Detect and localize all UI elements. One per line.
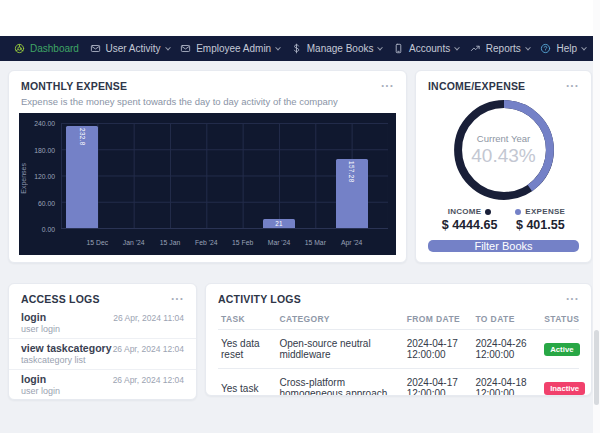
expense-dot — [515, 209, 521, 215]
donut-center: Current Year 40.43% — [451, 97, 557, 203]
donut-legend: INCOME $ 4444.65 EXPENSE $ 401.55 — [416, 207, 591, 232]
x-axis-tick: 15 Dec — [87, 239, 109, 246]
nav-item-employee-admin[interactable]: Employee Admin — [180, 43, 280, 54]
filter-books-button[interactable]: Filter Books — [428, 240, 579, 252]
col-status: STATUS — [541, 310, 579, 330]
col-task: TASK — [218, 310, 276, 330]
chevron-down-icon — [454, 44, 460, 50]
cell-to-date: 2024-04-26 12:00:00 — [472, 330, 541, 369]
log-entry-header: login26 Apr, 2024 11:04 — [21, 311, 184, 323]
card-menu-button[interactable]: ... — [171, 293, 184, 299]
cell-category: Open-source neutral middleware — [276, 330, 403, 369]
card-header: INCOME/EXPENSE ... — [416, 71, 591, 95]
access-log-entry[interactable]: login26 Apr, 2024 11:04user login — [9, 308, 196, 339]
log-timestamp: 26 Apr, 2024 12:04 — [113, 375, 184, 385]
x-axis-labels: 15 DecJan '2415 JanFeb '2415 FebMar '241… — [61, 239, 388, 251]
x-axis-tick: 15 Jan — [160, 239, 180, 246]
col-from-date: FROM DATE — [404, 310, 473, 330]
page-scrollbar[interactable] — [593, 0, 600, 433]
y-axis-labels: 240.00180.00120.0060.000.00 — [27, 123, 55, 229]
mail-icon — [180, 43, 191, 54]
log-action: login — [21, 373, 46, 385]
trend-icon — [470, 43, 481, 54]
bar-value-label: 157.28 — [348, 161, 355, 183]
access-log-entry[interactable]: login26 Apr, 2024 12:04user login — [9, 370, 196, 400]
bar-mar-24[interactable]: 21 — [263, 219, 295, 228]
col-to-date: TO DATE — [472, 310, 541, 330]
help-icon — [540, 43, 551, 54]
access-log-list: login26 Apr, 2024 11:04user loginview ta… — [9, 308, 196, 400]
cell-to-date: 2024-04-18 12:00:00 — [472, 369, 541, 397]
nav-item-label: Manage Books — [307, 44, 374, 54]
log-entry-header: login26 Apr, 2024 12:04 — [21, 373, 184, 385]
log-action: login — [21, 311, 46, 323]
table-row[interactable]: Yes data resetOpen-source neutral middle… — [218, 330, 579, 369]
card-header: MONTHLY EXPENSE ... — [9, 71, 406, 95]
table-row[interactable]: Yes taskCross-platform homogeneous appro… — [218, 369, 579, 397]
y-axis-tick: 120.00 — [34, 173, 55, 180]
y-axis-title: Expenses — [20, 163, 27, 194]
status-badge: Inactive — [544, 382, 585, 395]
nav-item-label: Dashboard — [30, 44, 79, 54]
nav-item-manage-books[interactable]: Manage Books — [291, 43, 383, 54]
monthly-expense-card: MONTHLY EXPENSE ... Expense is the money… — [8, 70, 407, 263]
x-axis-tick: Apr '24 — [341, 239, 362, 246]
bar-dec-23[interactable]: 232.8 — [66, 126, 98, 228]
income-value: $ 4444.65 — [442, 218, 498, 232]
log-timestamp: 26 Apr, 2024 12:04 — [113, 344, 184, 354]
cell-status: Active — [541, 330, 579, 369]
nav-item-accounts[interactable]: Accounts — [393, 43, 459, 54]
cell-task: Yes task — [218, 369, 276, 397]
expense-value: $ 401.55 — [515, 218, 565, 232]
chevron-down-icon — [581, 44, 587, 50]
log-detail: user login — [21, 324, 184, 334]
col-category: CATEGORY — [276, 310, 403, 330]
income-dot — [485, 209, 491, 215]
nav-item-user-activity[interactable]: User Activity — [90, 43, 170, 54]
y-axis-tick: 180.00 — [34, 147, 55, 154]
cell-status: Inactive — [541, 369, 579, 397]
nav-item-reports[interactable]: Reports — [470, 43, 530, 54]
income-expense-title: INCOME/EXPENSE — [428, 80, 525, 92]
content-area: MONTHLY EXPENSE ... Expense is the money… — [0, 61, 600, 433]
cell-task: Yes data reset — [218, 330, 276, 369]
expense-bar-chart: Expenses 240.00180.00120.0060.000.00 232… — [19, 113, 396, 255]
bar-value-label: 21 — [275, 220, 283, 227]
x-axis-tick: Feb '24 — [195, 239, 217, 246]
log-timestamp: 26 Apr, 2024 11:04 — [113, 313, 184, 323]
mail-icon — [90, 43, 101, 54]
card-menu-button[interactable]: ... — [566, 80, 579, 86]
expense-legend-label: EXPENSE — [525, 207, 565, 216]
scrollbar-thumb[interactable] — [594, 330, 599, 405]
top-strip — [0, 0, 600, 36]
nav-item-label: Employee Admin — [196, 44, 271, 54]
expense-legend: EXPENSE $ 401.55 — [515, 207, 565, 232]
donut-center-value: 40.43% — [471, 145, 535, 167]
card-header: ACTIVITY LOGS ... — [206, 284, 591, 308]
x-axis-tick: 15 Mar — [305, 239, 326, 246]
income-expense-donut[interactable]: Current Year 40.43% — [451, 97, 557, 203]
activity-logs-title: ACTIVITY LOGS — [218, 293, 301, 305]
activity-logs-card: ACTIVITY LOGS ... TASK CATEGORY FROM DAT… — [205, 283, 592, 396]
cell-from-date: 2024-04-17 12:00:00 — [404, 369, 473, 397]
nav-item-label: Reports — [486, 44, 521, 54]
y-axis-tick: 240.00 — [34, 120, 55, 127]
access-logs-title: ACCESS LOGS — [21, 293, 100, 305]
nav-item-label: Accounts — [409, 44, 450, 54]
nav-items: DashboardUser ActivityEmployee AdminMana… — [14, 43, 586, 54]
card-menu-button[interactable]: ... — [381, 80, 394, 86]
nav-item-help[interactable]: Help — [540, 43, 586, 54]
nav-item-label: Help — [556, 44, 577, 54]
x-axis-tick: Mar '24 — [268, 239, 290, 246]
access-log-entry[interactable]: view taskcategory26 Apr, 2024 12:04taskc… — [9, 339, 196, 370]
card-menu-button[interactable]: ... — [566, 293, 579, 299]
chevron-down-icon — [165, 44, 171, 50]
status-badge: Active — [544, 343, 579, 356]
chevron-down-icon — [275, 44, 281, 50]
log-action: view taskcategory — [21, 342, 111, 354]
cell-from-date: 2024-04-17 12:00:00 — [404, 330, 473, 369]
bar-apr-24[interactable]: 157.28 — [336, 159, 368, 228]
chevron-down-icon — [378, 44, 384, 50]
mobile-icon — [393, 43, 404, 54]
nav-item-dashboard[interactable]: Dashboard — [14, 43, 79, 54]
